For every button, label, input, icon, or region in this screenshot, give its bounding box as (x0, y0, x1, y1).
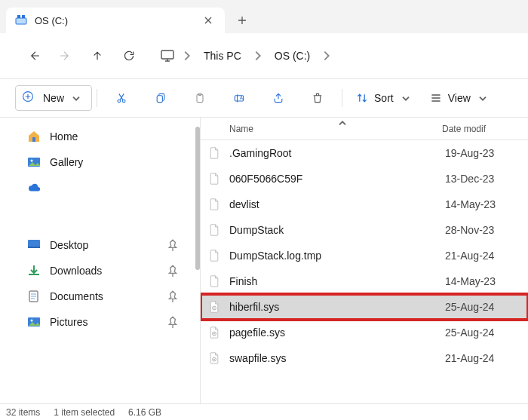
this-pc-icon (160, 48, 175, 63)
up-button[interactable] (81, 40, 113, 72)
file-name: devlist (229, 198, 445, 210)
desktop-icon (27, 238, 41, 252)
breadcrumb-this-pc[interactable]: This PC (199, 47, 246, 65)
forward-button[interactable] (50, 40, 81, 72)
file-row[interactable]: Finish14-May-23 (201, 268, 528, 294)
breadcrumb: This PC OS (C:) (160, 47, 336, 65)
sidebar-item-label: Home (50, 130, 78, 143)
download-icon (27, 264, 41, 277)
tabs-bar: OS (C:) (0, 0, 528, 33)
file-date: 25-Aug-24 (445, 326, 494, 339)
file-date: 21-Aug-24 (445, 250, 494, 262)
sidebar-item-desktop[interactable]: Desktop (0, 232, 200, 258)
file-row[interactable]: .GamingRoot19-Aug-23 (201, 140, 528, 166)
drive-icon (15, 14, 27, 26)
svg-text:A: A (240, 95, 244, 100)
file-icon (207, 147, 222, 159)
refresh-button[interactable] (113, 40, 145, 72)
chevron-down-icon (400, 92, 412, 104)
file-name: swapfile.sys (229, 352, 445, 364)
sidebar-item-documents[interactable]: Documents (0, 284, 200, 309)
sort-button[interactable]: Sort (347, 84, 421, 112)
file-name: hiberfil.sys (229, 301, 445, 313)
column-header-name[interactable]: Name (201, 124, 442, 134)
file-row[interactable]: swapfile.sys21-Aug-24 (201, 345, 528, 371)
file-date: 28-Nov-23 (445, 224, 494, 236)
pin-icon (167, 265, 179, 277)
cut-button[interactable] (102, 84, 141, 112)
file-row[interactable]: 060F5066C59F13-Dec-23 (201, 166, 528, 192)
file-name: DumpStack (229, 224, 445, 236)
file-icon (207, 173, 222, 185)
sidebar-item-label: Desktop (50, 239, 88, 251)
chevron-right-icon[interactable] (0, 175, 2, 201)
view-button[interactable]: View (421, 84, 498, 112)
file-row[interactable]: hiberfil.sys25-Aug-24 (201, 294, 528, 320)
home-icon (27, 130, 41, 143)
svg-rect-1 (17, 15, 20, 18)
scrollbar-thumb[interactable] (195, 127, 200, 270)
sidebar-item-onedrive[interactable] (0, 175, 200, 201)
svg-rect-2 (22, 15, 25, 18)
chevron-right-icon (249, 50, 267, 62)
column-header-date[interactable]: Date modif (442, 124, 486, 134)
tab-os-c[interactable]: OS (C:) (6, 8, 225, 33)
chevron-down-icon (477, 92, 489, 104)
file-date: 21-Aug-24 (445, 352, 494, 364)
svg-rect-3 (161, 51, 173, 59)
pin-icon (167, 239, 179, 251)
column-headers: Name Date modif (201, 118, 528, 140)
sidebar-item-label: Pictures (50, 316, 88, 328)
sidebar-item-label: Documents (50, 290, 103, 302)
sidebar-item-home[interactable]: Home (0, 124, 200, 149)
new-button[interactable]: New (15, 85, 92, 111)
view-button-label: View (448, 92, 471, 104)
new-tab-button[interactable] (229, 8, 255, 33)
rename-button[interactable]: A (219, 84, 259, 112)
file-pane: Name Date modif .GamingRoot19-Aug-23060F… (201, 118, 528, 403)
separator (97, 89, 97, 107)
close-tab-button[interactable] (199, 11, 217, 29)
sidebar-item-label: Gallery (50, 156, 83, 168)
svg-rect-13 (32, 137, 35, 142)
file-icon (207, 198, 222, 210)
paste-button[interactable] (180, 84, 219, 112)
pin-icon (167, 290, 179, 302)
delete-button[interactable] (298, 84, 337, 112)
sidebar-item-downloads[interactable]: Downloads (0, 258, 200, 284)
svg-rect-17 (28, 247, 40, 248)
file-icon (207, 224, 222, 236)
pictures-icon (27, 315, 41, 329)
sidebar-item-pictures[interactable]: Pictures (0, 309, 200, 335)
svg-point-22 (213, 308, 215, 309)
svg-point-15 (31, 160, 33, 162)
sidebar-item-gallery[interactable]: Gallery (0, 149, 200, 175)
svg-point-5 (118, 100, 121, 103)
file-row[interactable]: DumpStack28-Nov-23 (201, 217, 528, 243)
file-date: 13-Dec-23 (445, 173, 494, 185)
list-view-icon (430, 92, 442, 104)
file-date: 14-May-23 (445, 198, 496, 210)
file-row[interactable]: devlist14-May-23 (201, 192, 528, 217)
status-size: 6.16 GB (128, 407, 161, 418)
share-button[interactable] (259, 84, 298, 112)
file-icon (207, 301, 222, 313)
copy-button[interactable] (141, 84, 180, 112)
file-row[interactable]: pagefile.sys25-Aug-24 (201, 320, 528, 345)
file-icon (207, 250, 222, 262)
svg-rect-0 (16, 18, 26, 24)
back-button[interactable] (18, 40, 50, 72)
sort-indicator-icon (336, 118, 348, 130)
file-name: Finish (229, 275, 445, 287)
breadcrumb-os-c[interactable]: OS (C:) (270, 47, 315, 65)
svg-point-24 (213, 333, 215, 335)
file-date: 25-Aug-24 (445, 301, 494, 313)
sort-button-label: Sort (374, 92, 394, 104)
main-area: Home Gallery Desktop (0, 118, 528, 403)
file-list: .GamingRoot19-Aug-23060F5066C59F13-Dec-2… (201, 140, 528, 403)
status-selection: 1 item selected (54, 407, 115, 418)
chevron-right-icon (318, 50, 336, 62)
file-row[interactable]: DumpStack.log.tmp21-Aug-24 (201, 243, 528, 268)
gallery-icon (27, 155, 41, 169)
file-name: .GamingRoot (229, 147, 445, 159)
